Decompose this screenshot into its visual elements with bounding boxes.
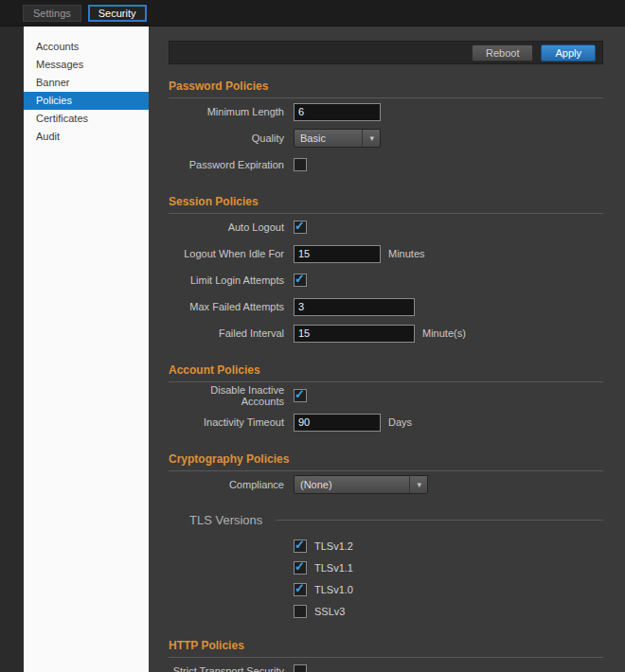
minimum-length-label: Minimum Length xyxy=(169,106,284,117)
tlsv10-label: TLSv1.0 xyxy=(314,584,353,595)
strict-transport-security-checkbox[interactable] xyxy=(294,664,307,672)
quality-select-value: Basic xyxy=(300,133,326,144)
subsection-heading-tls-versions: TLS Versions xyxy=(189,513,603,527)
option-sslv3: SSLv3 xyxy=(294,600,603,622)
field-minimum-length: Minimum Length xyxy=(169,98,603,125)
body: Accounts Messages Banner Policies Certif… xyxy=(0,27,625,672)
compliance-select-value: (None) xyxy=(300,479,332,490)
disable-inactive-accounts-checkbox[interactable] xyxy=(294,389,307,402)
field-quality: Quality Basic ▾ xyxy=(169,125,603,151)
limit-login-attempts-label: Limit Login Attempts xyxy=(169,274,284,286)
field-max-failed-attempts: Max Failed Attempts xyxy=(169,293,603,320)
max-failed-attempts-label: Max Failed Attempts xyxy=(169,301,284,312)
compliance-select[interactable]: (None) ▾ xyxy=(294,475,428,494)
tlsv10-checkbox[interactable] xyxy=(294,583,307,596)
sidebar-item-certificates[interactable]: Certificates xyxy=(24,110,149,128)
auto-logout-label: Auto Logout xyxy=(169,221,284,233)
sidebar-item-policies[interactable]: Policies xyxy=(24,92,149,110)
logout-when-idle-label: Logout When Idle For xyxy=(169,248,284,259)
action-toolbar: Reboot Apply xyxy=(169,41,603,64)
auto-logout-checkbox[interactable] xyxy=(294,221,307,234)
top-tab-bar: Settings Security xyxy=(0,0,625,27)
main-content: Reboot Apply Password Policies Minimum L… xyxy=(149,27,625,672)
section-heading-cryptography-policies: Cryptography Policies xyxy=(169,452,603,471)
option-tlsv10: TLSv1.0 xyxy=(294,578,603,600)
tab-security[interactable]: Security xyxy=(88,5,147,22)
failed-interval-label: Failed Interval xyxy=(169,327,284,339)
sidebar-item-accounts[interactable]: Accounts xyxy=(24,38,149,56)
sidebar-item-messages[interactable]: Messages xyxy=(24,56,149,74)
failed-interval-unit: Minute(s) xyxy=(422,327,466,339)
section-heading-http-policies: HTTP Policies xyxy=(169,639,603,658)
option-tlsv11: TLSv1.1 xyxy=(294,557,603,578)
tlsv12-checkbox[interactable] xyxy=(294,539,307,553)
divider xyxy=(276,520,603,521)
limit-login-attempts-checkbox[interactable] xyxy=(294,274,307,287)
field-failed-interval: Failed Interval Minute(s) xyxy=(169,320,603,346)
section-heading-session-policies: Session Policies xyxy=(169,195,603,214)
app-window: Settings Security Accounts Messages Bann… xyxy=(0,0,625,672)
password-expiration-checkbox[interactable] xyxy=(294,158,307,171)
sidebar-item-audit[interactable]: Audit xyxy=(24,128,149,146)
compliance-label: Compliance xyxy=(169,479,284,490)
logout-when-idle-unit: Minutes xyxy=(388,248,425,259)
tlsv11-label: TLSv1.1 xyxy=(314,562,353,574)
quality-select[interactable]: Basic ▾ xyxy=(294,129,381,148)
quality-label: Quality xyxy=(169,133,284,144)
max-failed-attempts-input[interactable] xyxy=(294,298,415,316)
inactivity-timeout-unit: Days xyxy=(388,416,412,428)
tlsv11-checkbox[interactable] xyxy=(294,561,307,575)
reboot-button[interactable]: Reboot xyxy=(472,44,533,62)
sslv3-label: SSLv3 xyxy=(314,606,345,617)
inactivity-timeout-input[interactable] xyxy=(294,414,381,432)
tls-versions-title: TLS Versions xyxy=(189,513,262,527)
logout-when-idle-input[interactable] xyxy=(294,245,381,263)
left-gutter xyxy=(0,27,24,672)
field-password-expiration: Password Expiration xyxy=(169,151,603,178)
field-strict-transport-security: Strict Transport Security xyxy=(169,658,603,672)
field-inactivity-timeout: Inactivity Timeout Days xyxy=(169,409,603,435)
field-compliance: Compliance (None) ▾ xyxy=(169,471,603,498)
disable-inactive-accounts-label: Disable Inactive Accounts xyxy=(169,384,284,407)
section-heading-account-policies: Account Policies xyxy=(169,363,603,382)
chevron-down-icon: ▾ xyxy=(362,130,374,147)
failed-interval-input[interactable] xyxy=(294,325,415,343)
sidebar: Accounts Messages Banner Policies Certif… xyxy=(24,27,149,672)
apply-button[interactable]: Apply xyxy=(541,44,596,62)
field-disable-inactive-accounts: Disable Inactive Accounts xyxy=(169,382,603,409)
field-logout-when-idle: Logout When Idle For Minutes xyxy=(169,240,603,267)
tlsv12-label: TLSv1.2 xyxy=(314,540,353,552)
chevron-down-icon: ▾ xyxy=(409,476,421,493)
strict-transport-security-label: Strict Transport Security xyxy=(169,665,284,672)
minimum-length-input[interactable] xyxy=(294,103,381,121)
inactivity-timeout-label: Inactivity Timeout xyxy=(169,416,284,428)
password-expiration-label: Password Expiration xyxy=(169,159,284,170)
sslv3-checkbox[interactable] xyxy=(294,605,307,618)
sidebar-item-banner[interactable]: Banner xyxy=(24,74,149,92)
section-heading-password-policies: Password Policies xyxy=(169,80,603,98)
option-tlsv12: TLSv1.2 xyxy=(294,535,603,557)
field-auto-logout: Auto Logout xyxy=(169,214,603,240)
tab-settings[interactable]: Settings xyxy=(23,5,81,22)
field-limit-login-attempts: Limit Login Attempts xyxy=(169,267,603,293)
